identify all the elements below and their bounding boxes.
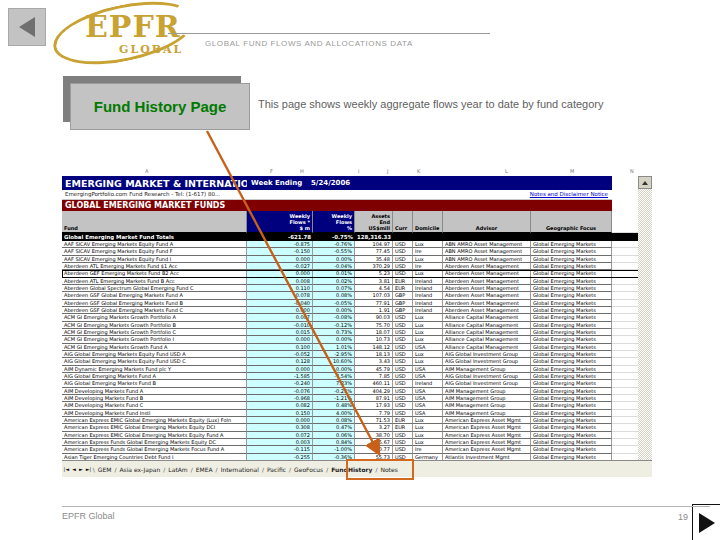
cell-flow[interactable]: -1.585 xyxy=(247,373,313,380)
table-row[interactable]: AIM Developing Markets Fund B-0.968-1.21… xyxy=(62,395,652,402)
sheet-tab-gem[interactable]: GEM xyxy=(96,466,114,473)
cell-assets[interactable]: 148.12 xyxy=(355,344,393,351)
cell-pct[interactable]: 0.08% xyxy=(313,417,355,424)
cell-flow[interactable]: 0.008 xyxy=(247,278,313,285)
cell-geo[interactable]: Global Emerging Markets xyxy=(531,256,612,263)
table-row[interactable]: AIM Developing Markets Fund Instl0.1504.… xyxy=(62,410,652,417)
cell-pct[interactable]: 0.00% xyxy=(313,256,355,263)
cell-stub[interactable] xyxy=(612,402,638,409)
cell-pct[interactable]: 0.01% xyxy=(313,270,355,277)
cell-pct[interactable]: 0.84% xyxy=(313,439,355,446)
table-row[interactable]: AIM Dynamic Emerging Markets Fund plc Y0… xyxy=(62,366,652,373)
cell-pct[interactable]: -0.05% xyxy=(313,300,355,307)
scroll-up-button[interactable] xyxy=(638,176,652,189)
cell-curr[interactable]: USD xyxy=(393,351,413,358)
cell-geo[interactable]: Global Emerging Markets xyxy=(531,344,612,351)
cell-geo[interactable]: Global Emerging Markets xyxy=(531,424,612,431)
cell-advisor[interactable]: ABN AMRO Asset Management xyxy=(443,248,531,255)
cell-pct[interactable]: -0.25% xyxy=(313,388,355,395)
cell-geo[interactable]: Global Emerging Markets xyxy=(531,366,612,373)
cell-name[interactable]: Aberdeen Global Spectrum Global Emerging… xyxy=(62,285,247,292)
cell-dom[interactable]: USA xyxy=(413,344,443,351)
cell-geo[interactable]: Global Emerging Markets xyxy=(531,336,612,343)
cell-dom[interactable]: Lux xyxy=(413,241,443,248)
cell-curr[interactable]: USD xyxy=(393,388,413,395)
tab-scroll-icon[interactable]: |◄ xyxy=(64,466,70,472)
cell-stub[interactable] xyxy=(612,270,638,277)
cell-assets[interactable]: 10.77 xyxy=(355,446,393,453)
cell-geo[interactable]: Global Emerging Markets xyxy=(531,314,612,321)
scrollbar-track[interactable] xyxy=(638,189,652,460)
cell-dom[interactable]: Ireland xyxy=(413,285,443,292)
cell-geo[interactable]: Global Emerging Markets xyxy=(531,292,612,299)
cell-flow[interactable]: 0.110 xyxy=(247,285,313,292)
cell-assets[interactable]: 3.81 xyxy=(355,278,393,285)
cell-advisor[interactable]: ABN AMRO Asset Management xyxy=(443,256,531,263)
cell-stub[interactable] xyxy=(612,336,638,343)
cell-curr[interactable]: USD xyxy=(393,248,413,255)
cell-name[interactable]: Aberdeen GSF Global Emerging Markets Fun… xyxy=(62,300,247,307)
cell-curr[interactable]: EUR xyxy=(393,278,413,285)
cell-flow[interactable]: 0.128 xyxy=(247,358,313,365)
cell-dom[interactable]: USA xyxy=(413,388,443,395)
cell-pct[interactable]: 0.06% xyxy=(313,432,355,439)
table-row[interactable]: American Express Funds Global Emerging M… xyxy=(62,446,652,453)
cell-advisor[interactable]: AIG Global Investment Group xyxy=(443,351,531,358)
cell-pct[interactable]: 0.00% xyxy=(313,336,355,343)
cell-curr[interactable]: USD xyxy=(393,366,413,373)
cell-assets[interactable]: 18.07 xyxy=(355,329,393,336)
cell-dom[interactable]: USA xyxy=(413,373,443,380)
cell-flow[interactable]: 0.000 xyxy=(247,307,313,314)
cell-advisor[interactable]: Aberdeen Asset Management xyxy=(443,292,531,299)
cell-name[interactable]: American Express EMIC Global Emerging Ma… xyxy=(62,417,247,424)
table-row[interactable]: Aberdeen ATL Emerging Markets Fund $1 Ac… xyxy=(62,263,652,270)
cell-dom[interactable]: USA xyxy=(413,402,443,409)
cell-advisor[interactable]: Aberdeen Asset Management xyxy=(443,278,531,285)
cell-flow[interactable]: 0.000 xyxy=(247,417,313,424)
cell-curr[interactable]: EUR xyxy=(393,424,413,431)
tab-scroll-icon[interactable]: ◄ xyxy=(72,466,76,472)
cell-advisor[interactable]: Alliance Capital Management xyxy=(443,322,531,329)
cell-advisor[interactable]: Aberdeen Asset Management xyxy=(443,285,531,292)
cell-stub[interactable] xyxy=(612,329,638,336)
cell-assets[interactable]: 7.79 xyxy=(355,410,393,417)
cell-geo[interactable]: Global Emerging Markets xyxy=(531,446,612,453)
cell-dom[interactable]: Lux xyxy=(413,336,443,343)
cell-pct[interactable]: 7.23% xyxy=(313,380,355,387)
cell-geo[interactable]: Global Emerging Markets xyxy=(531,380,612,387)
cell-pct[interactable]: 10.60% xyxy=(313,358,355,365)
table-row[interactable]: Aberdeen GSF Global Emerging Markets Fun… xyxy=(62,300,652,307)
cell-geo[interactable]: Global Emerging Markets xyxy=(531,358,612,365)
cell-curr[interactable]: EUR xyxy=(393,285,413,292)
cell-dom[interactable]: USA xyxy=(413,410,443,417)
cell-assets[interactable]: 77.45 xyxy=(355,248,393,255)
cell-flow[interactable]: 0.015 xyxy=(247,329,313,336)
cell-flow[interactable]: -0.875 xyxy=(247,241,313,248)
cell-dom[interactable]: Lux xyxy=(413,256,443,263)
cell-dom[interactable]: Lux xyxy=(413,439,443,446)
cell-assets[interactable]: 71.53 xyxy=(355,417,393,424)
cell-stub[interactable] xyxy=(612,366,638,373)
cell-name[interactable]: AIM Developing Markets Fund C xyxy=(62,402,247,409)
cell-name[interactable]: ACM GI Emerging Markets Growth Portfolio… xyxy=(62,329,247,336)
cell-stub[interactable] xyxy=(612,300,638,307)
cell-stub[interactable] xyxy=(612,439,638,446)
sheet-tab-pacific[interactable]: Pacific xyxy=(265,466,288,473)
cell-name[interactable]: ACM GI Emerging Markets Growth Portfolio… xyxy=(62,322,247,329)
sheet-tab-emea[interactable]: EMEA xyxy=(194,466,215,473)
cell-advisor[interactable]: AIM Management Group xyxy=(443,410,531,417)
cell-assets[interactable]: 104.97 xyxy=(355,241,393,248)
cell-stub[interactable] xyxy=(612,256,638,263)
table-row[interactable]: American Express Funds Global Emerging M… xyxy=(62,439,652,446)
cell-name[interactable]: AIM Developing Markets Fund A xyxy=(62,388,247,395)
cell-dom[interactable]: Lux xyxy=(413,314,443,321)
cell-pct[interactable]: 0.73% xyxy=(313,329,355,336)
cell-geo[interactable]: Global Emerging Markets xyxy=(531,417,612,424)
cell-advisor[interactable]: Alliance Capital Management xyxy=(443,336,531,343)
cell-flow[interactable]: -0.076 xyxy=(247,388,313,395)
cell-dom[interactable]: Lux xyxy=(413,322,443,329)
cell-assets[interactable]: 4.54 xyxy=(355,285,393,292)
cell-assets[interactable]: 3.43 xyxy=(355,358,393,365)
cell-stub[interactable] xyxy=(612,432,638,439)
cell-stub[interactable] xyxy=(612,322,638,329)
